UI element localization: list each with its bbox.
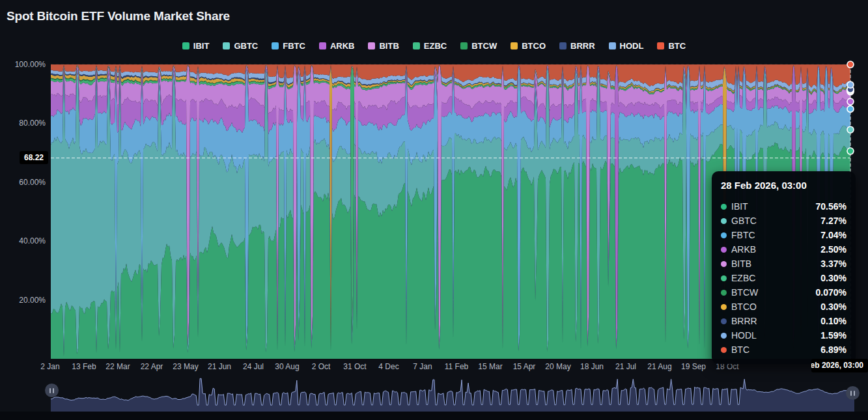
tooltip-series-value: 7.04% xyxy=(820,230,847,240)
tooltip-series-name: EZBC xyxy=(731,273,755,283)
tooltip-series-value: 1.59% xyxy=(820,330,847,341)
crosshair-x-label: 28 Feb 2026, 03:00 xyxy=(811,359,868,372)
tooltip-series-value: 3.37% xyxy=(820,259,847,269)
tooltip-series-value: 0.30% xyxy=(820,301,847,312)
y-tick-label: 60.00% xyxy=(0,178,46,187)
tooltip-series-name: FBTC xyxy=(731,230,755,240)
y-tick-label: 100.00% xyxy=(0,60,46,69)
series-dot-icon xyxy=(721,261,727,267)
tooltip-series-name: BTCW xyxy=(731,287,758,298)
marker-HODL xyxy=(847,81,854,88)
series-dot-icon xyxy=(721,275,727,281)
drag-handle-icon xyxy=(850,391,852,396)
series-dot-icon xyxy=(721,232,727,238)
tooltip-series-name: BTCO xyxy=(731,301,757,312)
y-tick-label: 80.00% xyxy=(0,119,46,128)
marker-BTC xyxy=(847,61,854,68)
series-dot-icon xyxy=(721,247,727,253)
series-dot-icon xyxy=(721,333,727,339)
marker-ARKB xyxy=(847,98,854,105)
tooltip-series-value: 7.27% xyxy=(820,216,847,226)
tooltip-date: 28 Feb 2026, 03:00 xyxy=(721,180,847,191)
tooltip-series-value: 2.50% xyxy=(820,244,847,255)
series-dot-icon xyxy=(721,290,727,296)
y-tick-label: 40.00% xyxy=(0,236,46,245)
bottom-strip xyxy=(0,412,868,420)
navigator-right-handle[interactable] xyxy=(846,386,860,400)
series-dot-icon xyxy=(721,318,727,324)
series-dot-icon xyxy=(721,347,727,353)
crosshair-y-label: 68.22 xyxy=(20,151,48,164)
tooltip-row: BTC6.89% xyxy=(721,343,847,357)
tooltip-series-value: 0.070% xyxy=(816,287,847,298)
tooltip-row: FBTC7.04% xyxy=(721,228,847,242)
tooltip-row: IBIT70.56% xyxy=(721,199,847,214)
tooltip-series-name: BITB xyxy=(731,259,751,269)
tooltip-row: HODL1.59% xyxy=(721,328,847,343)
tooltip-row: BTCO0.30% xyxy=(721,300,847,314)
marker-IBIT xyxy=(847,148,854,154)
tooltip: 28 Feb 2026, 03:00 IBIT70.56%GBTC7.27%FB… xyxy=(712,171,856,364)
tooltip-row: ARKB2.50% xyxy=(721,242,847,257)
series-dot-icon xyxy=(721,218,727,224)
etf-volume-chart-app: Spot Bitcoin ETF Volume Market Share IBI… xyxy=(0,0,868,420)
marker-FBTC xyxy=(847,105,854,112)
tooltip-series-name: HODL xyxy=(731,330,757,341)
tooltip-series-value: 0.10% xyxy=(820,316,847,326)
tooltip-row: GBTC7.27% xyxy=(721,214,847,228)
tooltip-series-name: BRRR xyxy=(731,316,757,326)
y-tick-label: 20.00% xyxy=(0,296,46,305)
tooltip-row: BITB3.37% xyxy=(721,257,847,271)
tooltip-series-value: 0.30% xyxy=(820,273,847,283)
tooltip-series-value: 6.89% xyxy=(820,344,847,355)
tooltip-row: BTCW0.070% xyxy=(721,285,847,300)
drag-handle-icon xyxy=(49,388,51,393)
tooltip-series-name: ARKB xyxy=(731,244,756,255)
tooltip-row: BRRR0.10% xyxy=(721,314,847,328)
navigator-left-handle[interactable] xyxy=(45,384,59,397)
tooltip-series-name: IBIT xyxy=(731,201,748,212)
marker-GBTC xyxy=(847,126,854,133)
tooltip-series-name: GBTC xyxy=(731,216,757,226)
tooltip-series-value: 70.56% xyxy=(816,201,847,212)
series-dot-icon xyxy=(721,204,727,210)
tooltip-series-name: BTC xyxy=(731,344,749,355)
tooltip-row: EZBC0.30% xyxy=(721,271,847,285)
series-dot-icon xyxy=(721,304,727,310)
